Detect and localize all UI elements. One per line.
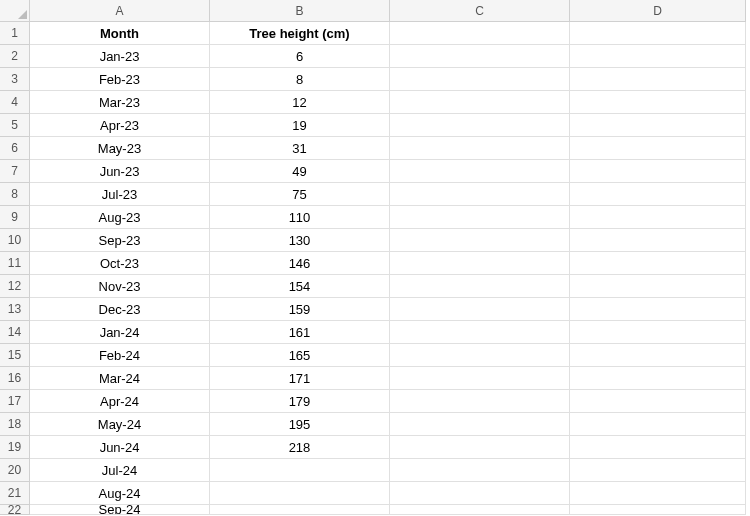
row-header[interactable]: 1 [0,22,30,45]
row-header[interactable]: 12 [0,275,30,298]
cell-A1[interactable]: Month [30,22,210,45]
col-header-D[interactable]: D [570,0,746,22]
cell[interactable] [390,206,570,229]
row-header[interactable]: 22 [0,505,30,515]
cell[interactable] [570,160,746,183]
row-header[interactable]: 9 [0,206,30,229]
cell[interactable]: 12 [210,91,390,114]
row-header[interactable]: 19 [0,436,30,459]
row-header[interactable]: 7 [0,160,30,183]
cell[interactable]: 218 [210,436,390,459]
row-header[interactable]: 20 [0,459,30,482]
cell[interactable]: Jul-23 [30,183,210,206]
row-header[interactable]: 2 [0,45,30,68]
cell[interactable]: 31 [210,137,390,160]
cell[interactable] [570,321,746,344]
row-header[interactable]: 3 [0,68,30,91]
cell[interactable]: Aug-23 [30,206,210,229]
cell[interactable] [570,137,746,160]
cell[interactable] [390,252,570,275]
cell[interactable]: Jan-24 [30,321,210,344]
cell[interactable] [390,91,570,114]
cell[interactable] [570,413,746,436]
cell[interactable]: Apr-24 [30,390,210,413]
cell[interactable]: May-23 [30,137,210,160]
cell[interactable]: Feb-23 [30,68,210,91]
cell[interactable] [390,137,570,160]
row-header[interactable]: 6 [0,137,30,160]
cell[interactable]: 19 [210,114,390,137]
cell[interactable] [570,275,746,298]
cell[interactable]: Jun-23 [30,160,210,183]
row-header[interactable]: 10 [0,229,30,252]
cell[interactable]: 179 [210,390,390,413]
cell[interactable]: Sep-24 [30,505,210,515]
cell[interactable] [570,298,746,321]
cell[interactable] [570,252,746,275]
cell[interactable] [210,505,390,515]
cell[interactable]: Mar-24 [30,367,210,390]
row-header[interactable]: 21 [0,482,30,505]
cell[interactable] [390,45,570,68]
cell[interactable] [390,482,570,505]
cell[interactable] [570,390,746,413]
cell[interactable] [570,114,746,137]
cell[interactable] [570,91,746,114]
cell[interactable] [570,183,746,206]
row-header[interactable]: 4 [0,91,30,114]
cell[interactable] [390,183,570,206]
col-header-B[interactable]: B [210,0,390,22]
cell[interactable]: 146 [210,252,390,275]
row-header[interactable]: 15 [0,344,30,367]
cell[interactable] [210,482,390,505]
cell[interactable] [570,45,746,68]
cell[interactable] [390,390,570,413]
cell-D1[interactable] [570,22,746,45]
cell[interactable] [390,505,570,515]
row-header[interactable]: 11 [0,252,30,275]
cell[interactable]: 49 [210,160,390,183]
cell[interactable]: Feb-24 [30,344,210,367]
cell[interactable]: Dec-23 [30,298,210,321]
cell[interactable] [390,459,570,482]
cell[interactable] [570,229,746,252]
col-header-C[interactable]: C [390,0,570,22]
cell[interactable]: Aug-24 [30,482,210,505]
cell[interactable]: Nov-23 [30,275,210,298]
cell[interactable]: Jul-24 [30,459,210,482]
cell[interactable] [390,367,570,390]
cell[interactable]: 171 [210,367,390,390]
cell[interactable]: Sep-23 [30,229,210,252]
cell[interactable] [570,367,746,390]
cell[interactable] [210,459,390,482]
cell[interactable]: 75 [210,183,390,206]
row-header[interactable]: 5 [0,114,30,137]
row-header[interactable]: 17 [0,390,30,413]
cell-C1[interactable] [390,22,570,45]
cell[interactable] [570,482,746,505]
row-header[interactable]: 18 [0,413,30,436]
row-header[interactable]: 16 [0,367,30,390]
cell-B1[interactable]: Tree height (cm) [210,22,390,45]
cell[interactable] [570,505,746,515]
cell[interactable] [570,459,746,482]
cell[interactable] [390,298,570,321]
spreadsheet-grid[interactable]: A B C D 1 Month Tree height (cm) 2 Jan-2… [0,0,750,515]
row-header[interactable]: 13 [0,298,30,321]
row-header[interactable]: 14 [0,321,30,344]
cell[interactable] [390,344,570,367]
cell[interactable] [570,206,746,229]
cell[interactable]: 165 [210,344,390,367]
cell[interactable]: 161 [210,321,390,344]
cell[interactable]: Jun-24 [30,436,210,459]
cell[interactable] [390,68,570,91]
cell[interactable] [390,160,570,183]
cell[interactable] [390,413,570,436]
row-header[interactable]: 8 [0,183,30,206]
cell[interactable]: 154 [210,275,390,298]
cell[interactable] [570,344,746,367]
cell[interactable]: 159 [210,298,390,321]
cell[interactable]: Mar-23 [30,91,210,114]
select-all-corner[interactable] [0,0,30,22]
cell[interactable] [390,114,570,137]
